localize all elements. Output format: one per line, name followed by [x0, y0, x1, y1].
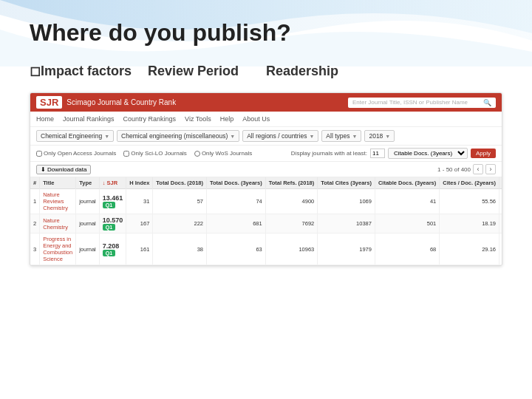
- cell-cites-3y: 1069: [318, 189, 375, 214]
- filter-subjectcat[interactable]: Chemical engineering (miscellaneous) ▼: [117, 130, 239, 142]
- table-row: 1 Nature Reviews Chemistry journal 13.46…: [30, 189, 502, 214]
- tab-review-period[interactable]: Review Period: [148, 61, 266, 82]
- col-type: Type: [76, 177, 100, 189]
- chevron-down-icon: ▼: [104, 134, 109, 139]
- sjr-search-box[interactable]: Enter Journal Title, ISSN or Publisher N…: [348, 98, 496, 108]
- cell-ref-doc: 34.10: [499, 214, 502, 233]
- prev-page-button[interactable]: ‹: [473, 164, 483, 174]
- page-title: Where do you publish?: [30, 19, 502, 47]
- sjr-site-name: Scimago Journal & Country Rank: [66, 98, 176, 106]
- download-button[interactable]: ⬇ Download data: [36, 165, 91, 174]
- cell-refs-2018: 10963: [265, 233, 318, 265]
- cell-docs-3y: 74: [206, 189, 265, 214]
- filter-subject[interactable]: Chemical Engineering ▼: [36, 130, 114, 142]
- filter-type[interactable]: All types ▼: [321, 130, 361, 142]
- cell-h-index: 167: [126, 214, 153, 233]
- cell-sjr: 13.461 Q1: [99, 189, 126, 214]
- cell-title: Nature Chemistry: [40, 214, 76, 233]
- col-num: #: [30, 177, 40, 189]
- filter-year[interactable]: 2018 ▼: [364, 130, 395, 142]
- option-sci[interactable]: Only Sci-LO Journals: [123, 150, 187, 157]
- filter-region-label: All regions / countries: [247, 132, 307, 140]
- tabs-row: ◻Impact factors Review Period Readership: [30, 60, 502, 82]
- tab-impact[interactable]: ◻Impact factors: [30, 60, 148, 82]
- display-value-input[interactable]: [370, 149, 385, 158]
- sci-label: Only Sci-LO Journals: [131, 150, 187, 157]
- table-row: 3 Progress in Energy and Combustion Scie…: [30, 233, 502, 265]
- chevron-down-icon: ▼: [352, 134, 357, 139]
- cell-type: journal: [76, 189, 100, 214]
- cell-cites-3y: 1979: [318, 233, 375, 265]
- cell-sjr: 10.570 Q1: [99, 214, 126, 233]
- sci-checkbox[interactable]: [123, 151, 129, 157]
- sjr-logo-area: SJR Scimago Journal & Country Rank: [36, 96, 176, 109]
- nav-journal-rankings[interactable]: Journal Rankings: [63, 114, 115, 124]
- cell-title: Progress in Energy and Combustion Scienc…: [40, 233, 76, 265]
- col-title: Title: [40, 177, 76, 189]
- filter-type-label: All types: [326, 132, 349, 140]
- sjr-toolbar: ⬇ Download data 1 - 50 of 400 ‹ ›: [30, 162, 502, 177]
- col-ref-doc: Ref. / Doc. (2018): [499, 177, 502, 189]
- wos-label: Only WoS Journals: [202, 150, 252, 157]
- col-h-index: H Index: [126, 177, 153, 189]
- cell-ref-doc: 269.47: [499, 233, 502, 265]
- cell-docs-3y: 63: [206, 233, 265, 265]
- table-row: 2 Nature Chemistry journal 10.570 Q1 167…: [30, 214, 502, 233]
- cell-num: 2: [30, 214, 40, 233]
- cell-citable-3y: 41: [375, 189, 439, 214]
- nav-about-us[interactable]: About Us: [242, 114, 270, 124]
- cell-citable-3y: 68: [375, 233, 439, 265]
- chevron-down-icon: ▼: [309, 134, 314, 139]
- sjr-table: # Title Type ↓ SJR H Index Total Docs. (…: [30, 177, 502, 265]
- sjr-filters: Chemical Engineering ▼ Chemical engineer…: [30, 127, 502, 146]
- cell-docs-2018: 57: [153, 189, 207, 214]
- cell-docs-2018: 222: [153, 214, 207, 233]
- cell-num: 3: [30, 233, 40, 265]
- nav-home[interactable]: Home: [36, 114, 54, 124]
- nav-help[interactable]: Help: [220, 114, 234, 124]
- cell-refs-2018: 7692: [265, 214, 318, 233]
- chevron-down-icon: ▼: [230, 134, 235, 139]
- table-header-row: # Title Type ↓ SJR H Index Total Docs. (…: [30, 177, 502, 189]
- col-sjr[interactable]: ↓ SJR: [99, 177, 126, 189]
- sjr-widget: SJR Scimago Journal & Country Rank Enter…: [30, 92, 502, 266]
- cell-ref-doc: 70.76: [499, 189, 502, 214]
- chevron-down-icon: ▼: [385, 134, 390, 139]
- download-icon: ⬇: [41, 166, 46, 173]
- cell-cites-doc: 55.56: [440, 189, 499, 214]
- download-label: Download data: [47, 166, 86, 173]
- option-open-access[interactable]: Only Open Access Journals: [36, 150, 116, 157]
- cell-cites-3y: 10387: [318, 214, 375, 233]
- tab-readership[interactable]: Readership: [266, 61, 384, 82]
- open-access-checkbox[interactable]: [36, 151, 42, 157]
- filter-region[interactable]: All regions / countries ▼: [242, 130, 318, 142]
- col-refs-2018: Total Refs. (2018): [265, 177, 318, 189]
- cell-h-index: 161: [126, 233, 153, 265]
- col-cites-doc: Cites / Doc. (2years): [440, 177, 499, 189]
- sjr-topbar: SJR Scimago Journal & Country Rank Enter…: [30, 93, 502, 112]
- cell-cites-doc: 18.19: [440, 214, 499, 233]
- col-cites-3y: Total Cites (3years): [318, 177, 375, 189]
- wos-radio[interactable]: [194, 151, 200, 157]
- search-icon: 🔍: [483, 99, 491, 106]
- cell-docs-3y: 681: [206, 214, 265, 233]
- cell-refs-2018: 4900: [265, 189, 318, 214]
- cell-type: journal: [76, 233, 100, 265]
- cell-type: journal: [76, 214, 100, 233]
- filter-subjectcat-label: Chemical engineering (miscellaneous): [121, 132, 228, 140]
- nav-viz-tools[interactable]: Viz Tools: [185, 114, 211, 124]
- cell-title: Nature Reviews Chemistry: [40, 189, 76, 214]
- sjr-options-row: Only Open Access Journals Only Sci-LO Jo…: [30, 146, 502, 162]
- nav-country-rankings[interactable]: Country Rankings: [123, 114, 177, 124]
- apply-button[interactable]: Apply: [471, 149, 496, 158]
- display-label: Display journals with at least:: [291, 150, 367, 157]
- open-access-label: Only Open Access Journals: [44, 150, 116, 157]
- citable-select[interactable]: Citable Docs. (3years): [388, 148, 468, 159]
- cell-num: 1: [30, 189, 40, 214]
- pagination-area: 1 - 50 of 400 ‹ ›: [437, 164, 496, 174]
- display-options: Display journals with at least: Citable …: [291, 148, 496, 159]
- col-citable-3y: Citable Docs. (3years): [375, 177, 439, 189]
- option-wos[interactable]: Only WoS Journals: [194, 150, 252, 157]
- col-docs-2018: Total Docs. (2018): [153, 177, 207, 189]
- next-page-button[interactable]: ›: [485, 164, 496, 174]
